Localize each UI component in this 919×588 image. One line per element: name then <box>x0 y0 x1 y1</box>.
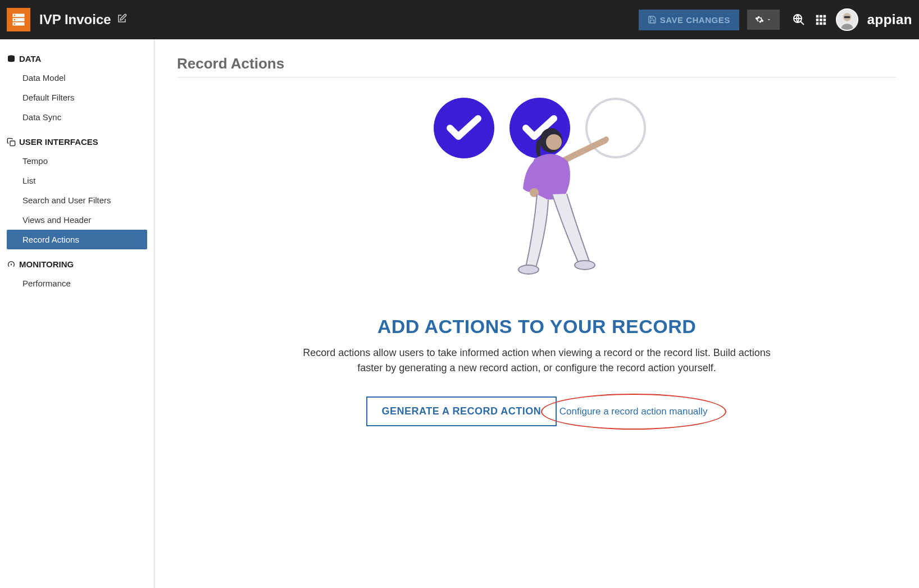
sidebar-item-data-model[interactable]: Data Model <box>7 68 147 88</box>
svg-line-7 <box>800 21 804 25</box>
app-logo[interactable] <box>7 8 30 31</box>
sidebar-section-monitoring: MONITORING <box>0 255 154 274</box>
avatar-icon <box>837 8 857 31</box>
hero-heading: ADD ACTIONS TO YOUR RECORD <box>177 316 897 338</box>
database-icon <box>7 54 16 63</box>
hero-description: Record actions allow users to take infor… <box>295 345 779 376</box>
page-title: Record Actions <box>177 55 897 72</box>
copy-icon <box>7 138 16 147</box>
svg-point-24 <box>586 99 645 157</box>
save-icon <box>648 15 657 24</box>
sidebar-item-views-header[interactable]: Views and Header <box>7 210 147 230</box>
gear-icon <box>755 15 764 24</box>
logo-icon <box>11 12 26 28</box>
generate-record-action-button[interactable]: GENERATE A RECORD ACTION <box>366 396 557 426</box>
hero-section: ADD ACTIONS TO YOUR RECORD Record action… <box>177 94 897 426</box>
svg-rect-16 <box>823 22 826 25</box>
apps-grid-icon[interactable] <box>815 13 827 26</box>
svg-point-29 <box>518 265 539 274</box>
svg-rect-12 <box>820 19 822 21</box>
sidebar-item-search-filters[interactable]: Search and User Filters <box>7 190 147 210</box>
chevron-down-icon <box>766 17 772 22</box>
svg-rect-4 <box>14 19 15 20</box>
title-divider <box>177 77 897 78</box>
save-button-label: SAVE CHANGES <box>660 15 730 25</box>
gauge-icon <box>7 260 16 269</box>
brand-name: appian <box>867 12 912 28</box>
settings-dropdown-button[interactable] <box>747 10 780 30</box>
svg-point-27 <box>603 136 609 142</box>
edit-title-icon[interactable] <box>117 13 127 26</box>
sidebar-item-data-sync[interactable]: Data Sync <box>7 107 147 127</box>
sidebar-section-data: DATA <box>0 49 154 68</box>
left-sidebar: DATA Data Model Default Filters Data Syn… <box>0 39 154 588</box>
user-avatar[interactable] <box>836 8 858 31</box>
global-search-icon[interactable] <box>792 13 806 26</box>
svg-rect-19 <box>844 16 850 19</box>
svg-point-30 <box>575 261 595 270</box>
svg-rect-8 <box>816 15 818 18</box>
svg-rect-10 <box>823 15 826 18</box>
svg-rect-3 <box>14 15 15 16</box>
hero-illustration <box>419 94 655 299</box>
save-changes-button[interactable]: SAVE CHANGES <box>639 10 739 30</box>
sidebar-item-tempo[interactable]: Tempo <box>7 151 147 171</box>
svg-rect-5 <box>14 23 15 24</box>
svg-rect-11 <box>816 19 818 21</box>
sidebar-item-list[interactable]: List <box>7 171 147 190</box>
main-content: Record Actions <box>154 39 919 588</box>
svg-rect-14 <box>816 22 818 25</box>
sidebar-item-record-actions[interactable]: Record Actions <box>7 230 147 249</box>
configure-manually-link[interactable]: Configure a record action manually <box>559 406 708 417</box>
sidebar-item-default-filters[interactable]: Default Filters <box>7 88 147 107</box>
sidebar-item-performance[interactable]: Performance <box>7 274 147 293</box>
top-header: IVP Invoice SAVE CHANGES appian <box>0 0 919 39</box>
svg-rect-13 <box>823 19 826 21</box>
page-header-title: IVP Invoice <box>39 12 111 28</box>
svg-rect-21 <box>10 141 15 146</box>
svg-rect-15 <box>820 22 822 25</box>
svg-rect-9 <box>820 15 822 18</box>
sidebar-section-user-interfaces: USER INTERFACES <box>0 133 154 151</box>
svg-point-26 <box>546 134 562 150</box>
